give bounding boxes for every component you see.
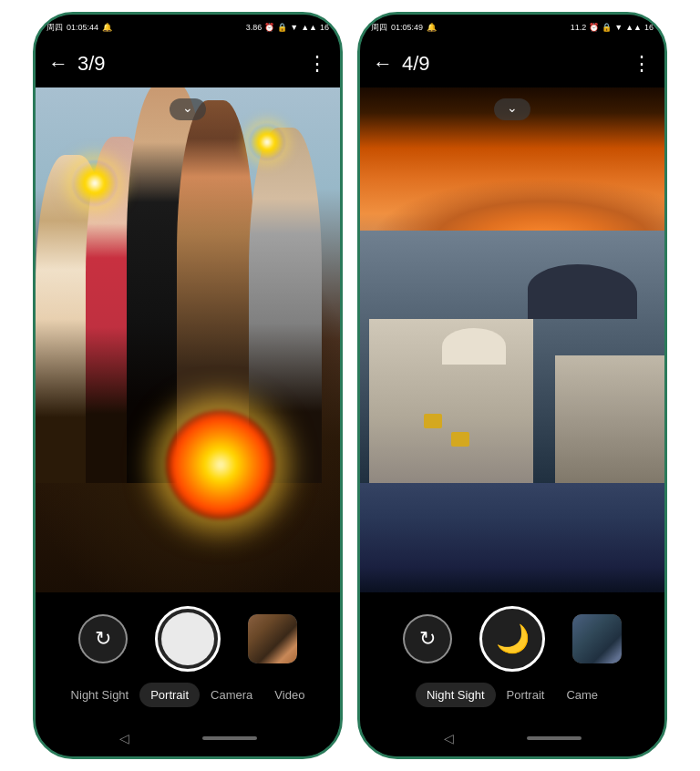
flip-button-2[interactable]: ↻ xyxy=(403,614,452,663)
window-1 xyxy=(424,414,442,428)
santorini-photo xyxy=(360,87,664,592)
building-dome xyxy=(442,328,506,365)
battery-label-1: 16 xyxy=(320,23,329,32)
gallery-thumb-2 xyxy=(572,614,622,663)
camera-buttons-1: ↻ xyxy=(78,606,297,672)
more-menu-2[interactable]: ⋮ xyxy=(632,52,652,76)
status-bar-2: 周四 01:05:49 🔔 11.2 ⏰ 🔒 ▼ ▲▲ 16 xyxy=(360,15,664,40)
sparkle-top-right xyxy=(249,124,285,160)
status-right-1: 3.86 ⏰ 🔒 ▼ ▲▲ 16 xyxy=(246,23,329,32)
phone-2: 周四 01:05:49 🔔 11.2 ⏰ 🔒 ▼ ▲▲ 16 ← 4/9 ⋮ xyxy=(357,12,667,759)
photo-area-1 xyxy=(36,87,340,592)
battery-label-2: 16 xyxy=(644,23,654,32)
status-left-1: 周四 01:05:44 🔔 xyxy=(46,22,112,34)
gallery-thumb-1 xyxy=(248,614,297,663)
nav-bar-2: ◁ xyxy=(360,720,664,756)
shutter-button-1[interactable] xyxy=(155,606,221,672)
lock-icon-2: 🔒 xyxy=(602,23,612,32)
shutter-inner-1 xyxy=(161,612,214,665)
top-nav-2: ← 4/9 ⋮ xyxy=(360,40,664,87)
lock-icon-1: 🔒 xyxy=(277,23,287,32)
moon-icon: 🌙 xyxy=(496,622,530,654)
photo-counter-2: 4/9 xyxy=(402,52,632,76)
photo-area-2 xyxy=(360,87,664,592)
signal-icon-2: ▲▲ xyxy=(625,23,642,32)
camera-controls-2: ↻ 🌙 Night Sight Portrait Came xyxy=(360,592,664,720)
buildings xyxy=(360,301,664,483)
gallery-button-1[interactable] xyxy=(248,614,297,663)
more-menu-1[interactable]: ⋮ xyxy=(307,52,327,76)
phones-container: 周四 01:05:44 🔔 3.86 ⏰ 🔒 ▼ ▲▲ 16 ← 3/9 ⋮ xyxy=(33,12,667,759)
notification-icon-1: 🔔 xyxy=(102,23,112,32)
home-pill-1[interactable] xyxy=(202,736,257,740)
status-bar-1: 周四 01:05:44 🔔 3.86 ⏰ 🔒 ▼ ▲▲ 16 xyxy=(36,15,340,40)
wifi-icon-1: ▼ xyxy=(290,23,298,32)
time-label-1: 01:05:44 xyxy=(67,23,98,32)
mode-camera-1[interactable]: Camera xyxy=(200,683,263,707)
home-pill-2[interactable] xyxy=(527,736,582,740)
mode-selector-1: Night Sight Portrait Camera Video xyxy=(53,683,324,707)
kb-label-2: 11.2 xyxy=(571,23,587,32)
back-button-2[interactable]: ← xyxy=(373,52,393,76)
mode-portrait-2[interactable]: Portrait xyxy=(496,683,556,707)
camera-controls-1: ↻ Night Sight Portrait Camera Video xyxy=(36,592,340,720)
building-right xyxy=(555,355,664,483)
notification-icon-2: 🔔 xyxy=(427,23,437,32)
status-right-2: 11.2 ⏰ 🔒 ▼ ▲▲ 16 xyxy=(571,23,654,32)
shutter-button-2[interactable]: 🌙 xyxy=(479,606,545,672)
chevron-button-2[interactable] xyxy=(494,98,530,120)
clock-icon-2: ⏰ xyxy=(589,23,599,32)
mode-portrait-1[interactable]: Portrait xyxy=(139,683,200,707)
back-nav-2[interactable]: ◁ xyxy=(444,731,454,745)
nav-bar-1: ◁ xyxy=(36,720,340,756)
mode-camera-2[interactable]: Came xyxy=(555,683,609,707)
gallery-button-2[interactable] xyxy=(572,614,622,663)
day-label-2: 周四 xyxy=(371,22,387,34)
sparkle-top-left xyxy=(72,160,118,206)
mode-selector-2: Night Sight Portrait Came xyxy=(408,683,616,707)
signal-icon-1: ▲▲ xyxy=(301,23,317,32)
window-2 xyxy=(451,432,469,447)
camera-buttons-2: ↻ 🌙 xyxy=(403,606,622,672)
chevron-button-1[interactable] xyxy=(170,98,206,120)
flip-button-1[interactable]: ↻ xyxy=(78,614,128,663)
mode-video-1[interactable]: Video xyxy=(263,683,315,707)
phone-1: 周四 01:05:44 🔔 3.86 ⏰ 🔒 ▼ ▲▲ 16 ← 3/9 ⋮ xyxy=(33,12,343,759)
mode-night-sight-2[interactable]: Night Sight xyxy=(416,683,496,707)
back-nav-1[interactable]: ◁ xyxy=(119,731,129,745)
wifi-icon-2: ▼ xyxy=(614,23,623,32)
kb-label-1: 3.86 xyxy=(246,23,262,32)
status-left-2: 周四 01:05:49 🔔 xyxy=(371,22,437,34)
mode-night-sight-1[interactable]: Night Sight xyxy=(60,683,140,707)
top-nav-1: ← 3/9 ⋮ xyxy=(36,40,340,87)
day-label-1: 周四 xyxy=(46,22,63,34)
back-button-1[interactable]: ← xyxy=(48,52,68,76)
photo-counter-1: 3/9 xyxy=(77,52,307,76)
clock-icon-1: ⏰ xyxy=(264,23,274,32)
sparklers-photo xyxy=(36,87,340,592)
time-label-2: 01:05:49 xyxy=(391,23,423,32)
sparkle-main xyxy=(166,410,275,519)
